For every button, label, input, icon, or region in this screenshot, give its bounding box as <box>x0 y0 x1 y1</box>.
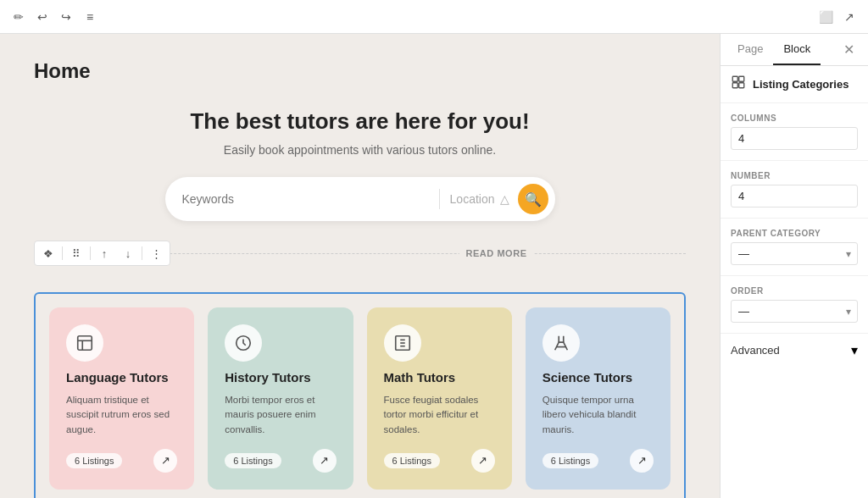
read-more-label: READ MORE <box>459 248 533 258</box>
tab-block[interactable]: Block <box>773 34 821 65</box>
block-more-icon[interactable]: ⋮ <box>146 243 166 263</box>
category-footer-science: 6 Listings ↗ <box>542 449 654 473</box>
menu-icon[interactable]: ≡ <box>81 8 98 25</box>
block-up-icon[interactable]: ↑ <box>94 243 114 263</box>
edit-icon[interactable]: ✏ <box>10 8 27 25</box>
columns-label: COLUMNS <box>731 113 858 123</box>
order-label: ORDER <box>731 286 858 296</box>
arrow-btn-science[interactable]: ↗ <box>630 449 654 473</box>
columns-section: COLUMNS <box>721 103 868 161</box>
hero-headline: The best tutors are here for you! <box>34 108 686 135</box>
svg-rect-11 <box>732 76 737 81</box>
separator2 <box>90 246 91 260</box>
block-settings-icon[interactable]: ❖ <box>38 243 58 263</box>
block-toolbar: ❖ ⠿ ↑ ↓ ⋮ <box>34 241 170 266</box>
listings-badge-language: 6 Listings <box>66 453 122 468</box>
category-desc-language: Aliquam tristique et suscipit rutrum ero… <box>66 393 177 437</box>
tab-page[interactable]: Page <box>727 34 773 65</box>
category-name-science: Science Tutors <box>542 370 654 385</box>
category-footer-history: 6 Listings ↗ <box>225 449 336 473</box>
page-title: Home <box>34 59 686 83</box>
block-header-icon <box>731 75 746 94</box>
number-label: NUMBER <box>731 171 858 180</box>
search-bar: Location △ 🔍 <box>165 177 555 221</box>
toolbar-right-actions: ⬜ ↗ <box>817 8 858 25</box>
svg-rect-12 <box>739 76 744 81</box>
category-card-history: History Tutors Morbi tempor eros et maur… <box>208 307 353 490</box>
category-desc-science: Quisque tempor urna libero vehicula blan… <box>542 393 654 437</box>
listings-badge-science: 6 Listings <box>542 453 598 468</box>
category-icon-science <box>542 324 580 362</box>
search-location: Location △ <box>450 192 509 206</box>
hero-section: The best tutors are here for you! Easily… <box>34 108 686 221</box>
window-icon[interactable]: ⬜ <box>817 8 834 25</box>
advanced-section[interactable]: Advanced ▾ <box>721 334 868 367</box>
panel-block-title: Listing Categories <box>753 78 849 91</box>
arrow-btn-math[interactable]: ↗ <box>471 449 495 473</box>
category-desc-history: Morbi tempor eros et mauris posuere enim… <box>225 393 336 437</box>
advanced-label: Advanced <box>731 344 780 357</box>
category-name-math: Math Tutors <box>384 370 495 385</box>
svg-rect-14 <box>739 83 744 88</box>
arrow-btn-history[interactable]: ↗ <box>313 449 337 473</box>
block-controls-row: ❖ ⠿ ↑ ↓ ⋮ READ MORE <box>34 241 686 265</box>
block-drag-icon[interactable]: ⠿ <box>66 243 86 263</box>
right-panel: Page Block ✕ Listing Categories COLUMNS … <box>720 34 868 498</box>
arrow-btn-language[interactable]: ↗ <box>153 449 177 473</box>
number-input[interactable] <box>731 185 858 208</box>
listings-badge-math: 6 Listings <box>384 453 440 468</box>
block-down-icon[interactable]: ↓ <box>118 243 138 263</box>
top-toolbar: ✏ ↩ ↪ ≡ ⬜ ↗ <box>0 0 868 34</box>
main-layout: Home The best tutors are here for you! E… <box>0 34 868 498</box>
parent-category-label: PARENT CATEGORY <box>731 229 858 238</box>
order-select-wrap: — <box>731 300 858 323</box>
category-icon-math <box>384 324 421 362</box>
redo-icon[interactable]: ↪ <box>58 8 75 25</box>
svg-rect-0 <box>78 336 92 351</box>
search-keywords-input[interactable] <box>182 192 429 206</box>
search-button[interactable]: 🔍 <box>518 184 548 214</box>
categories-wrapper: Language Tutors Aliquam tristique et sus… <box>34 292 686 498</box>
category-footer-math: 6 Listings ↗ <box>384 449 495 473</box>
category-card-language: Language Tutors Aliquam tristique et sus… <box>49 307 194 490</box>
search-icon: 🔍 <box>525 191 542 208</box>
external-link-icon[interactable]: ↗ <box>841 8 858 25</box>
columns-input[interactable] <box>731 127 858 150</box>
categories-grid: Language Tutors Aliquam tristique et sus… <box>49 307 670 490</box>
category-icon-history <box>225 324 262 362</box>
chevron-down-icon: ▾ <box>851 342 858 358</box>
location-text: Location <box>450 192 495 206</box>
panel-block-header: Listing Categories <box>721 66 868 103</box>
hero-subtext: Easily book appointments with various tu… <box>34 143 686 157</box>
category-card-math: Math Tutors Fusce feugiat sodales tortor… <box>367 307 512 490</box>
parent-category-section: PARENT CATEGORY — <box>721 219 868 276</box>
separator <box>62 246 63 260</box>
parent-category-select[interactable]: — <box>731 242 858 265</box>
category-card-science: Science Tutors Quisque tempor urna liber… <box>526 307 670 490</box>
order-select[interactable]: — <box>731 300 858 323</box>
order-section: ORDER — <box>721 276 868 334</box>
listings-badge-history: 6 Listings <box>225 453 281 468</box>
category-desc-math: Fusce feugiat sodales tortor morbi effic… <box>384 393 495 437</box>
category-footer-language: 6 Listings ↗ <box>66 449 177 473</box>
undo-icon[interactable]: ↩ <box>34 8 51 25</box>
category-name-language: Language Tutors <box>66 370 177 385</box>
search-divider <box>439 189 440 209</box>
svg-rect-13 <box>732 83 737 88</box>
panel-close-button[interactable]: ✕ <box>836 34 861 65</box>
separator3 <box>142 246 142 260</box>
panel-tabs: Page Block ✕ <box>721 34 868 66</box>
location-icon: △ <box>500 192 509 206</box>
category-icon-language <box>66 324 103 362</box>
parent-category-select-wrap: — <box>731 242 858 265</box>
canvas-area: Home The best tutors are here for you! E… <box>0 34 720 498</box>
category-name-history: History Tutors <box>225 370 336 385</box>
number-section: NUMBER <box>721 161 868 219</box>
